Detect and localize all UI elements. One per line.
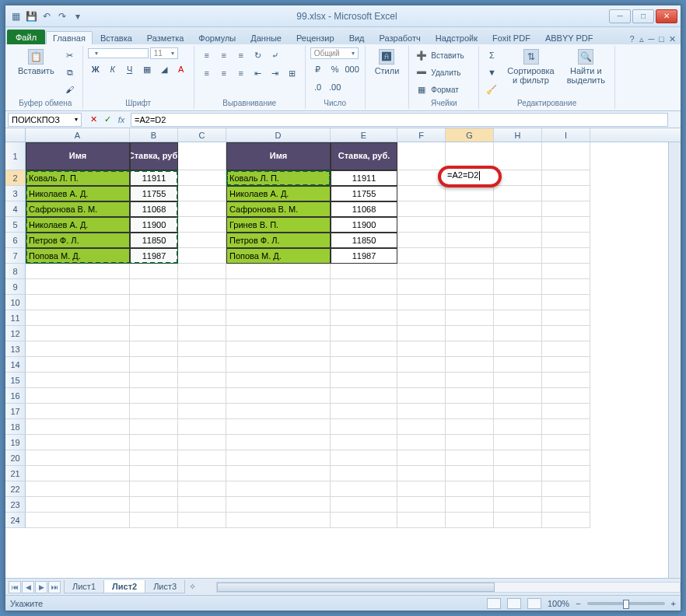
cell-I1[interactable] — [542, 142, 590, 170]
cell-E13[interactable] — [331, 341, 397, 357]
minimize-button[interactable]: ─ — [609, 9, 631, 23]
cell-B22[interactable] — [130, 481, 178, 497]
autosum-icon[interactable]: Σ — [484, 47, 499, 63]
zoom-level[interactable]: 100% — [548, 599, 569, 608]
cell-B2[interactable]: 11911 — [130, 170, 178, 186]
cell-E7[interactable]: 11987 — [331, 248, 397, 264]
col-header-C[interactable]: C — [178, 128, 226, 142]
cell-D20[interactable] — [226, 450, 331, 466]
cell-H6[interactable] — [494, 233, 542, 248]
editing-cell-callout[interactable]: =A2=D2 — [438, 166, 502, 187]
cell-A2[interactable]: Коваль Л. П. — [26, 170, 130, 186]
cell-C17[interactable] — [178, 404, 226, 419]
cell-A6[interactable]: Петров Ф. Л. — [26, 233, 130, 248]
cell-C8[interactable] — [178, 264, 226, 279]
cell-F5[interactable] — [397, 217, 446, 233]
number-format-combo[interactable]: Общий — [310, 47, 359, 59]
cell-H21[interactable] — [494, 466, 542, 481]
normal-view-button[interactable] — [487, 598, 501, 609]
cell-H18[interactable] — [494, 419, 542, 435]
cell-H22[interactable] — [494, 481, 542, 497]
row-header-5[interactable]: 5 — [5, 217, 26, 233]
maximize-button[interactable]: □ — [632, 9, 654, 23]
cell-I16[interactable] — [542, 388, 590, 404]
align-top-icon[interactable]: ≡ — [199, 47, 215, 63]
format-painter-icon[interactable]: 🖌 — [62, 82, 78, 97]
cell-H4[interactable] — [494, 201, 542, 217]
cell-I7[interactable] — [542, 248, 590, 264]
cell-D18[interactable] — [226, 419, 331, 435]
cell-B1[interactable]: Ставка, руб. — [130, 142, 178, 170]
styles-button[interactable]: 🅰 Стили — [370, 47, 404, 77]
cell-G5[interactable] — [446, 217, 494, 233]
col-header-G[interactable]: G — [446, 128, 494, 142]
cell-C2[interactable] — [178, 170, 226, 186]
cell-F24[interactable] — [397, 513, 446, 528]
cell-I9[interactable] — [542, 279, 590, 295]
cell-G11[interactable] — [446, 310, 494, 326]
cell-F15[interactable] — [397, 373, 446, 388]
cell-C20[interactable] — [178, 450, 226, 466]
cell-I8[interactable] — [542, 264, 590, 279]
page-layout-view-button[interactable] — [507, 598, 521, 609]
cell-D2[interactable]: Коваль Л. П. — [226, 170, 331, 186]
col-header-D[interactable]: D — [226, 128, 331, 142]
cell-A16[interactable] — [26, 388, 130, 404]
cell-F8[interactable] — [397, 264, 446, 279]
cell-I5[interactable] — [542, 217, 590, 233]
row-header-9[interactable]: 9 — [5, 279, 26, 295]
cell-I11[interactable] — [542, 310, 590, 326]
cell-H7[interactable] — [494, 248, 542, 264]
cell-A13[interactable] — [26, 341, 130, 357]
cell-F14[interactable] — [397, 357, 446, 373]
zoom-out-button[interactable]: − — [576, 599, 580, 608]
col-header-H[interactable]: H — [494, 128, 542, 142]
cell-D12[interactable] — [226, 326, 331, 341]
row-header-17[interactable]: 17 — [5, 404, 26, 419]
cell-I23[interactable] — [542, 497, 590, 513]
cell-H20[interactable] — [494, 450, 542, 466]
help-icon[interactable]: ? — [629, 34, 634, 44]
cell-D10[interactable] — [226, 295, 331, 310]
tab-формулы[interactable]: Формулы — [191, 31, 243, 44]
fill-color-button[interactable]: ◢ — [156, 61, 172, 77]
cell-A7[interactable]: Попова М. Д. — [26, 248, 130, 264]
cell-C14[interactable] — [178, 357, 226, 373]
cell-F3[interactable] — [397, 186, 446, 201]
cell-E8[interactable] — [331, 264, 397, 279]
cell-F10[interactable] — [397, 295, 446, 310]
align-center-icon[interactable]: ≡ — [216, 65, 232, 81]
cell-A20[interactable] — [26, 450, 130, 466]
cell-D17[interactable] — [226, 404, 331, 419]
inc-decimal-icon[interactable]: .0 — [310, 79, 326, 95]
cell-B10[interactable] — [130, 295, 178, 310]
orientation-icon[interactable]: ↻ — [250, 47, 266, 63]
italic-button[interactable]: К — [105, 61, 121, 77]
cell-F9[interactable] — [397, 279, 446, 295]
cell-E9[interactable] — [331, 279, 397, 295]
cell-B9[interactable] — [130, 279, 178, 295]
comma-icon[interactable]: 000 — [345, 61, 360, 77]
cell-H11[interactable] — [494, 310, 542, 326]
cell-A21[interactable] — [26, 466, 130, 481]
cell-H9[interactable] — [494, 279, 542, 295]
sheet-nav-next-icon[interactable]: ▶ — [35, 581, 47, 593]
cell-D16[interactable] — [226, 388, 331, 404]
cell-C19[interactable] — [178, 435, 226, 450]
cell-F23[interactable] — [397, 497, 446, 513]
border-button[interactable]: ▦ — [139, 61, 155, 77]
cell-B18[interactable] — [130, 419, 178, 435]
cell-I10[interactable] — [542, 295, 590, 310]
cell-D19[interactable] — [226, 435, 331, 450]
cell-C13[interactable] — [178, 341, 226, 357]
cell-B12[interactable] — [130, 326, 178, 341]
cell-E21[interactable] — [331, 466, 397, 481]
row-header-24[interactable]: 24 — [5, 513, 26, 528]
cell-G15[interactable] — [446, 373, 494, 388]
cell-F7[interactable] — [397, 248, 446, 264]
cell-G19[interactable] — [446, 435, 494, 450]
align-mid-icon[interactable]: ≡ — [216, 47, 232, 63]
cell-A4[interactable]: Сафронова В. М. — [26, 201, 130, 217]
cell-H1[interactable] — [494, 142, 542, 170]
cell-E16[interactable] — [331, 388, 397, 404]
